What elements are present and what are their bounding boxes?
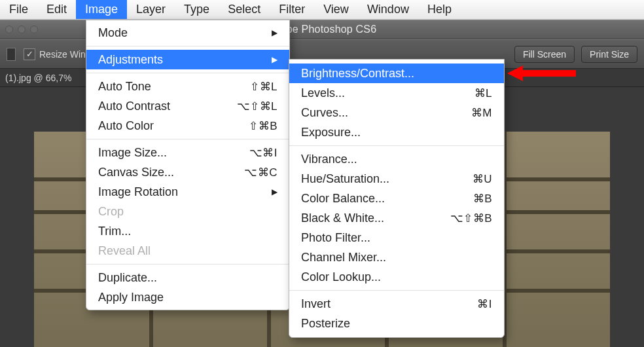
zoom-window-icon[interactable] — [30, 26, 38, 33]
adjustments-submenu: Brightness/Contrast...Levels...⌘LCurves.… — [289, 59, 505, 338]
menu-item-label: Auto Color — [98, 119, 154, 133]
image-menu-item-canvas-size[interactable]: Canvas Size...⌥⌘C — [86, 162, 289, 182]
menu-edit[interactable]: Edit — [37, 0, 76, 19]
submenu-arrow-icon: ▶ — [272, 187, 277, 196]
image-menu-separator — [86, 46, 289, 46]
menu-item-label: Duplicate... — [98, 271, 157, 285]
image-menu-item-image-rotation[interactable]: Image Rotation▶ — [86, 182, 289, 202]
menu-image[interactable]: Image — [76, 0, 127, 19]
menu-shortcut: ⌥⌘C — [244, 166, 277, 179]
menu-item-label: Channel Mixer... — [301, 251, 386, 265]
menu-shortcut: ⌘B — [473, 192, 492, 206]
menu-shortcut: ⌘M — [471, 106, 492, 120]
adjustments-item-invert[interactable]: Invert⌘I — [289, 294, 504, 314]
menu-item-label: Crop — [98, 205, 124, 219]
adjustments-item-photo-filter[interactable]: Photo Filter... — [289, 228, 504, 247]
menu-shortcut: ⌘U — [473, 172, 492, 186]
system-menubar: File Edit Image Layer Type Select Filter… — [0, 0, 644, 20]
menu-item-label: Image Rotation — [98, 185, 178, 199]
image-menu-item-mode[interactable]: Mode▶ — [86, 23, 289, 43]
print-size-button[interactable]: Print Size — [581, 46, 637, 63]
image-menu-dropdown: Mode▶Adjustments▶Auto Tone⇧⌘LAuto Contra… — [86, 20, 290, 310]
menu-file[interactable]: File — [0, 0, 37, 19]
menu-item-label: Auto Tone — [98, 80, 151, 94]
menu-shortcut: ⌥⌘I — [249, 146, 277, 160]
menu-item-label: Color Lookup... — [301, 270, 381, 284]
adjustments-item-color-balance[interactable]: Color Balance...⌘B — [289, 189, 504, 208]
image-menu-item-adjustments[interactable]: Adjustments▶ — [86, 50, 289, 69]
image-menu-item-auto-tone[interactable]: Auto Tone⇧⌘L — [86, 77, 289, 96]
menu-window[interactable]: Window — [358, 0, 418, 19]
menu-item-label: Exposure... — [301, 126, 361, 139]
menu-item-label: Apply Image — [98, 291, 164, 304]
menu-shortcut: ⇧⌘L — [250, 80, 277, 94]
menu-view[interactable]: View — [314, 0, 358, 19]
menu-item-label: Color Balance... — [301, 192, 385, 206]
adjustments-item-brightness-contrast[interactable]: Brightness/Contrast... — [289, 64, 504, 83]
menu-shortcut: ⌘L — [474, 86, 492, 100]
menu-shortcut: ⇧⌘B — [249, 119, 277, 133]
menu-item-label: Vibrance... — [301, 153, 357, 166]
image-menu-item-crop: Crop — [86, 202, 289, 221]
menu-item-label: Curves... — [301, 106, 348, 120]
image-menu-item-auto-contrast[interactable]: Auto Contrast⌥⇧⌘L — [86, 96, 289, 116]
minimize-window-icon[interactable] — [18, 26, 26, 33]
menu-shortcut: ⌥⇧⌘L — [237, 100, 277, 113]
menu-item-label: Reveal All — [98, 244, 151, 258]
menu-item-label: Adjustments — [98, 53, 163, 67]
annotation-arrow-icon — [507, 65, 576, 81]
menu-item-label: Auto Contrast — [98, 100, 170, 113]
tool-indicator-icon[interactable] — [7, 48, 16, 61]
adjustments-item-vibrance[interactable]: Vibrance... — [289, 149, 504, 169]
menu-item-label: Black & White... — [301, 211, 384, 225]
close-window-icon[interactable] — [5, 26, 13, 33]
image-menu-item-auto-color[interactable]: Auto Color⇧⌘B — [86, 116, 289, 136]
image-menu-separator — [86, 73, 289, 73]
adjustments-item-posterize[interactable]: Posterize — [289, 314, 504, 333]
menu-shortcut: ⌥⇧⌘B — [450, 211, 492, 225]
image-menu-item-trim[interactable]: Trim... — [86, 221, 289, 241]
adjustments-item-levels[interactable]: Levels...⌘L — [289, 83, 504, 103]
menu-item-label: Photo Filter... — [301, 231, 370, 245]
menu-help[interactable]: Help — [418, 0, 461, 19]
menu-shortcut: ⌘I — [477, 297, 492, 311]
window-controls[interactable] — [5, 26, 38, 33]
adjustments-item-channel-mixer[interactable]: Channel Mixer... — [289, 247, 504, 267]
resize-windows-checkbox[interactable]: ✓ Resize Windo — [24, 48, 96, 60]
document-tab[interactable]: (1).jpg @ 66,7% — [5, 73, 71, 83]
adjustments-separator — [289, 290, 504, 291]
submenu-arrow-icon: ▶ — [272, 28, 277, 37]
menu-item-label: Levels... — [301, 86, 345, 100]
image-menu-item-image-size[interactable]: Image Size...⌥⌘I — [86, 143, 289, 162]
checkbox-icon[interactable]: ✓ — [24, 48, 35, 60]
adjustments-item-exposure[interactable]: Exposure... — [289, 122, 504, 142]
adjustments-item-hue-saturation[interactable]: Hue/Saturation...⌘U — [289, 169, 504, 189]
menu-type[interactable]: Type — [175, 0, 219, 19]
adjustments-item-curves[interactable]: Curves...⌘M — [289, 103, 504, 122]
menu-item-label: Image Size... — [98, 146, 167, 160]
menu-item-label: Trim... — [98, 225, 131, 238]
submenu-arrow-icon: ▶ — [272, 55, 277, 64]
menu-item-label: Brightness/Contrast... — [301, 67, 414, 81]
image-menu-separator — [86, 264, 289, 265]
menu-item-label: Hue/Saturation... — [301, 172, 389, 186]
adjustments-item-black-white[interactable]: Black & White...⌥⇧⌘B — [289, 208, 504, 228]
adjustments-separator — [289, 145, 504, 146]
image-menu-item-reveal-all: Reveal All — [86, 241, 289, 261]
adjustments-item-color-lookup[interactable]: Color Lookup... — [289, 267, 504, 287]
image-menu-item-apply-image[interactable]: Apply Image — [86, 287, 289, 307]
fill-screen-button[interactable]: Fill Screen — [514, 46, 575, 63]
menu-item-label: Posterize — [301, 317, 350, 331]
svg-marker-0 — [507, 65, 576, 81]
menu-layer[interactable]: Layer — [127, 0, 175, 19]
menu-item-label: Canvas Size... — [98, 166, 174, 179]
image-menu-separator — [86, 139, 289, 139]
menu-item-label: Invert — [301, 297, 331, 311]
menu-filter[interactable]: Filter — [270, 0, 314, 19]
menu-item-label: Mode — [98, 26, 128, 40]
image-menu-item-duplicate[interactable]: Duplicate... — [86, 268, 289, 287]
menu-select[interactable]: Select — [219, 0, 270, 19]
